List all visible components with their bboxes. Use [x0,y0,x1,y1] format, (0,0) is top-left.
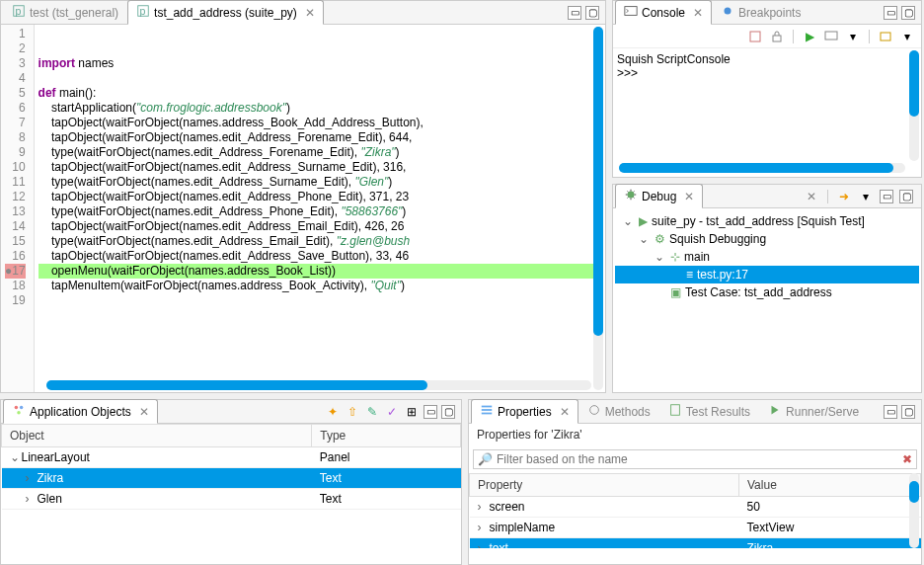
svg-rect-7 [773,36,781,41]
maximize-button[interactable]: ▢ [585,6,599,20]
minimize-button[interactable]: ▭ [884,405,897,419]
menu-icon[interactable]: ▾ [858,189,874,204]
pin-icon[interactable]: ▶ [802,29,817,44]
scrollbar-thumb[interactable] [593,27,603,336]
svg-rect-16 [482,413,493,415]
close-icon[interactable]: ✕ [693,6,703,20]
close-icon[interactable]: ✕ [139,405,149,419]
table-row[interactable]: ⌄LinearLayoutPanel [2,447,461,468]
line-gutter: 12345678910111213141516●171819 [1,25,35,392]
up-icon[interactable]: ⇧ [345,404,360,420]
table-row[interactable]: ›GlenText [2,489,461,510]
objects-icon [12,403,26,420]
debug-panel: Debug ✕ ✕ ➜ ▾ ▭ ▢ ⌄▶suite_py - tst_add_a… [612,184,922,393]
vertical-scrollbar[interactable] [909,50,919,161]
vertical-scrollbar[interactable] [593,27,603,390]
scrollbar-thumb[interactable] [909,481,919,504]
tab-application-objects[interactable]: Application Objects ✕ [3,399,158,424]
python-icon: p [12,4,26,21]
close-icon[interactable]: ✕ [684,190,694,203]
tab-test-general[interactable]: p test (tst_general) [3,0,127,25]
tab-label: Console [642,6,685,20]
dropdown-icon[interactable]: ▾ [845,29,861,44]
separator [793,30,794,43]
svg-rect-15 [482,409,493,411]
debug-tabbar: Debug ✕ ✕ ➜ ▾ ▭ ▢ [613,185,921,208]
scrollbar-thumb[interactable] [619,163,893,173]
refresh-icon[interactable]: ✦ [325,404,341,420]
debug-tree-row[interactable]: ▣Test Case: tst_add_address [615,283,919,301]
minimize-button[interactable]: ▭ [568,6,581,20]
table-row[interactable]: ›textZikra [470,538,921,549]
svg-rect-18 [670,405,679,416]
objects-table[interactable]: Object Type ⌄LinearLayoutPanel›ZikraText… [1,424,461,510]
clear-icon[interactable] [747,29,763,44]
svg-text:p: p [140,5,146,17]
filter-input[interactable] [497,452,898,466]
maximize-button[interactable]: ▢ [441,405,455,419]
console-prompt[interactable]: >>> [617,66,917,80]
debug-tree[interactable]: ⌄▶suite_py - tst_add_address [Squish Tes… [613,208,921,305]
debug-tree-row[interactable]: ⌄⚙Squish Debugging [615,230,919,248]
tab-console[interactable]: Console ✕ [615,0,712,25]
console-icon [624,4,638,21]
vertical-scrollbar[interactable] [909,473,919,548]
minimize-button[interactable]: ▭ [884,6,897,20]
properties-table[interactable]: Property Value ›screen50›simpleNameTextV… [469,473,921,548]
tab-label: Properties [498,405,552,419]
column-property[interactable]: Property [470,474,739,497]
separator [827,190,828,203]
picker-icon[interactable]: ✎ [364,404,380,420]
new-console-icon[interactable] [878,29,893,44]
expand-icon[interactable]: ⊞ [404,404,420,420]
verify-icon[interactable]: ✓ [384,404,400,420]
column-value[interactable]: Value [739,474,921,497]
tab-properties[interactable]: Properties ✕ [471,399,578,424]
scrollbar-thumb[interactable] [46,380,427,390]
svg-rect-6 [750,32,760,41]
remove-icon[interactable]: ✕ [804,189,819,204]
horizontal-scrollbar[interactable] [619,163,905,173]
maximize-button[interactable]: ▢ [901,6,915,20]
svg-text:p: p [16,5,22,17]
display-icon[interactable] [823,29,839,44]
scrollbar-thumb[interactable] [909,50,919,117]
tab-tst-add-address[interactable]: p tst_add_address (suite_py) ✕ [127,0,324,25]
debug-tree-row[interactable]: ≡test.py:17 [615,266,919,283]
svg-rect-8 [825,32,837,40]
properties-filter[interactable]: 🔎 ✖ [473,449,917,469]
clear-filter-icon[interactable]: ✖ [902,452,912,466]
tab-label: Breakpoints [738,6,801,20]
tab-runner[interactable]: Runner/Serve [759,399,868,424]
table-row[interactable]: ›simpleNameTextView [470,518,921,538]
results-icon [668,403,682,420]
debug-tree-row[interactable]: ⌄▶suite_py - tst_add_address [Squish Tes… [615,212,919,230]
binoculars-icon: 🔎 [478,452,493,466]
minimize-button[interactable]: ▭ [424,405,437,419]
lock-icon[interactable] [769,29,785,44]
table-row[interactable]: ›ZikraText [2,468,461,489]
debug-tree-row[interactable]: ⌄⊹main [615,248,919,266]
editor-body[interactable]: 12345678910111213141516●171819 import na… [1,25,605,392]
tab-methods[interactable]: Methods [578,399,659,424]
debug-icon [624,188,638,204]
maximize-button[interactable]: ▢ [899,190,913,203]
tab-test-results[interactable]: Test Results [659,399,759,424]
python-icon: p [136,4,150,21]
step-icon[interactable]: ➜ [836,189,852,204]
column-object[interactable]: Object [2,425,312,447]
code-area[interactable]: import names def main(): startApplicatio… [35,25,605,392]
tab-breakpoints[interactable]: Breakpoints [712,0,809,25]
column-type[interactable]: Type [312,425,461,447]
minimize-button[interactable]: ▭ [880,190,893,203]
dropdown-icon[interactable]: ▾ [899,29,915,44]
horizontal-scrollbar[interactable] [46,380,591,390]
svg-point-5 [725,8,732,15]
table-row[interactable]: ›screen50 [470,497,921,518]
maximize-button[interactable]: ▢ [901,405,915,419]
tab-debug[interactable]: Debug ✕ [615,184,703,208]
close-icon[interactable]: ✕ [305,6,315,20]
properties-tabbar: Properties ✕ Methods Test Results Runner… [469,400,921,424]
close-icon[interactable]: ✕ [560,405,570,419]
svg-rect-4 [625,7,637,16]
